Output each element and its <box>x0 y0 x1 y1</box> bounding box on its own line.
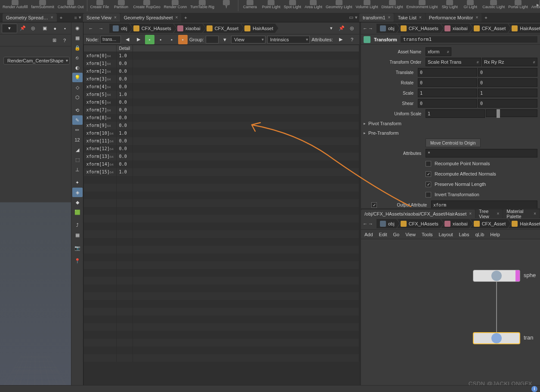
tool-icon[interactable]: ⬚ <box>72 155 83 164</box>
vp-tool-icon[interactable]: ⊞ <box>49 36 59 45</box>
tool-icon[interactable]: ⬡ <box>72 93 83 102</box>
detail-icon[interactable]: ▪ <box>178 35 188 44</box>
3d-viewport[interactable] <box>0 46 71 392</box>
shelf-item[interactable]: Volume Light <box>354 0 380 9</box>
tool-icon[interactable]: ⟲ <box>72 105 83 115</box>
menu-item[interactable]: qLib <box>475 232 484 237</box>
breadcrumb-item[interactable]: HairAsset <box>241 24 278 33</box>
tool-icon[interactable]: ✦ <box>72 178 83 187</box>
shelf-scroll-icon[interactable]: ▸ <box>537 2 539 8</box>
table-row[interactable]: xform[15]641.0 <box>84 168 359 176</box>
pin-icon[interactable]: 📌 <box>337 24 346 33</box>
shelf-item[interactable]: T <box>216 0 237 9</box>
tool-icon[interactable]: 📍 <box>72 256 83 265</box>
menu-item[interactable]: Labs <box>459 232 469 237</box>
shy-input[interactable] <box>478 99 537 108</box>
prev-icon[interactable]: ◀ <box>123 35 132 44</box>
shelf-item[interactable]: Area Light <box>303 0 324 9</box>
menu-icon[interactable]: ≡ <box>74 15 77 20</box>
breadcrumb-item[interactable]: CFX_HAssets <box>130 24 176 33</box>
breadcrumb-root[interactable]: obj <box>376 24 400 33</box>
tab[interactable]: Material Palette× <box>503 210 540 218</box>
play-icon[interactable]: ▶ <box>336 35 346 44</box>
close-icon[interactable]: × <box>388 15 391 20</box>
link-icon[interactable]: ◎ <box>29 24 37 33</box>
dropdown-icon[interactable]: ▾ <box>355 15 358 20</box>
breadcrumb-item[interactable]: xiaobai <box>441 219 473 228</box>
tool-icon[interactable]: 📷 <box>72 243 83 253</box>
close-icon[interactable]: × <box>419 15 422 20</box>
shelf-item[interactable]: Render Conn <box>162 0 189 9</box>
menu-item[interactable]: Help <box>490 232 500 237</box>
menu-item[interactable]: Edit <box>379 232 387 237</box>
tool-icon[interactable]: 🔒 <box>72 43 83 52</box>
ry-input[interactable] <box>478 78 537 87</box>
pane-icon[interactable]: ▭ <box>349 15 353 20</box>
menu-item[interactable]: Add <box>364 232 373 237</box>
tab[interactable]: /obj/CFX_HAssets/xiaobai/CFX_Asset/HairA… <box>361 210 475 218</box>
group-input[interactable] <box>206 36 219 43</box>
table-row[interactable]: xform[2]640.0 <box>84 68 359 75</box>
close-icon[interactable]: × <box>175 15 178 20</box>
network-editor[interactable]: sphe tran CSDN @JACKLONGFX <box>361 239 540 392</box>
tab[interactable]: Tree View× <box>475 210 503 218</box>
table-row[interactable]: xform[1]640.0 <box>84 60 359 68</box>
tool-icon[interactable]: ✏ <box>72 125 83 135</box>
breadcrumb-item[interactable]: CFX_HAssets <box>397 24 444 33</box>
help-icon[interactable]: ? <box>60 36 69 45</box>
tab-add-button[interactable]: + <box>482 15 490 20</box>
prims-icon[interactable]: ▪ <box>167 35 176 44</box>
tool-icon[interactable]: ◢ <box>72 145 83 154</box>
table-row[interactable]: xform[14]640.0 <box>84 161 359 168</box>
node-name-field[interactable]: transform1 <box>401 36 537 43</box>
filter-icon[interactable]: ▼ <box>220 35 230 44</box>
centroid-button[interactable]: Move Centroid to Origin <box>426 139 481 147</box>
shelf-item[interactable]: CacheMan Out <box>56 0 86 9</box>
close-icon[interactable]: × <box>114 15 117 20</box>
tab[interactable]: transform1× <box>359 13 394 22</box>
shelf-item[interactable]: Spot Light <box>282 0 303 9</box>
tab[interactable]: Geometry Spread…× <box>3 13 57 22</box>
menu-item[interactable]: Layout <box>439 232 453 237</box>
back-icon[interactable]: ← <box>363 24 367 33</box>
sphere-node[interactable] <box>473 270 520 282</box>
tab[interactable]: Scene View× <box>83 13 120 22</box>
verts-icon[interactable]: ▪ <box>156 35 166 44</box>
breadcrumb-item[interactable]: HairAsset <box>508 219 540 228</box>
table-row[interactable]: xform[0]641.0 <box>84 52 359 60</box>
shelf-item[interactable]: Create File <box>89 0 111 9</box>
breadcrumb-item[interactable]: HairAsset <box>508 24 540 33</box>
tool-icon[interactable]: ✎ <box>72 115 83 125</box>
close-icon[interactable]: × <box>534 211 536 216</box>
shx-input[interactable] <box>418 99 477 108</box>
tool-icon[interactable]: ⎋ <box>72 53 83 62</box>
close-icon[interactable]: × <box>475 15 478 20</box>
table-row[interactable]: xform[9]640.0 <box>84 122 359 130</box>
shelf-item[interactable]: Camera <box>240 0 260 9</box>
shelf-item[interactable]: Render Autofill <box>1 0 30 9</box>
tool-icon[interactable]: 12 <box>72 135 83 145</box>
rpn-check[interactable] <box>426 161 431 167</box>
pnl-check[interactable] <box>426 182 431 187</box>
tab[interactable]: Performance Monitor× <box>426 13 482 22</box>
close-icon[interactable]: × <box>51 15 53 20</box>
shelf-item[interactable]: farmSubmmit <box>30 0 56 9</box>
breadcrumb-item[interactable]: CFX_Asset <box>470 24 511 33</box>
next-icon[interactable]: ▶ <box>134 35 143 44</box>
ran-check[interactable] <box>426 171 431 177</box>
help-icon[interactable]: ? <box>347 35 357 44</box>
node-input[interactable] <box>100 36 121 43</box>
info-icon[interactable]: i <box>531 386 537 392</box>
rx-input[interactable] <box>418 78 477 87</box>
vp-dropdown[interactable]: ▾ <box>2 24 17 33</box>
tool-icon[interactable]: ▦ <box>72 230 83 240</box>
tool-icon[interactable]: 💡 <box>72 73 83 82</box>
breadcrumb-root[interactable]: obj <box>109 24 133 33</box>
camera-select[interactable]: RenderCam_CenterShape <box>3 57 70 65</box>
link-icon[interactable]: ◎ <box>347 24 357 33</box>
shelf-item[interactable]: Create RopGeo <box>132 0 162 9</box>
tool-icon[interactable]: ◐ <box>72 63 83 72</box>
shelf-item[interactable]: Geometry Light <box>324 0 354 9</box>
shelf-item[interactable]: Distant Light <box>380 0 405 9</box>
tool-icon[interactable]: ▦ <box>72 33 83 43</box>
